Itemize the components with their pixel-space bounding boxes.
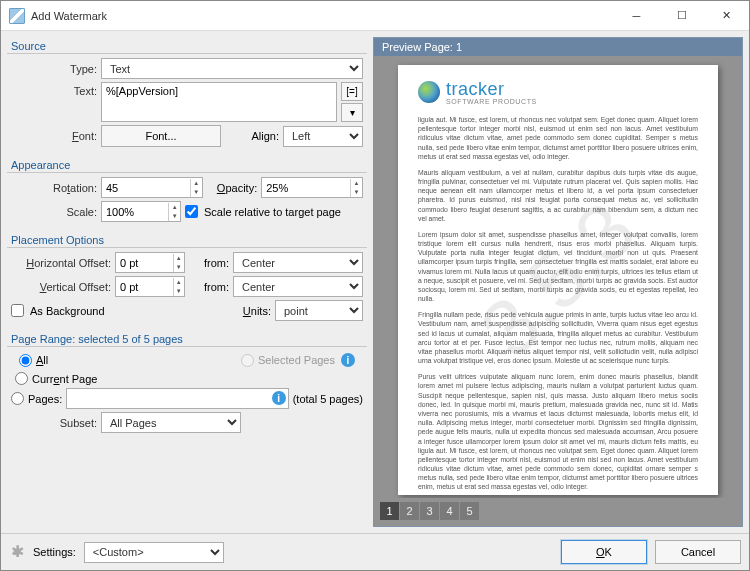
opacity-label: Opacity: bbox=[217, 182, 257, 194]
radio-selected-pages: Selected Pages i bbox=[241, 353, 355, 367]
vfrom-select[interactable]: Center bbox=[233, 276, 363, 297]
scale-relative-checkbox[interactable]: Scale relative to target page bbox=[185, 205, 341, 218]
hoffset-spinner[interactable]: ▲▼ bbox=[115, 252, 185, 273]
page-tab-2[interactable]: 2 bbox=[400, 502, 420, 520]
subset-select[interactable]: All Pages bbox=[101, 412, 241, 433]
maximize-button[interactable]: ☐ bbox=[659, 1, 704, 30]
titlebar: Add Watermark ─ ☐ ✕ bbox=[1, 1, 749, 31]
placement-title: Placement Options bbox=[7, 231, 367, 248]
preview-header: Preview Page: 1 bbox=[374, 38, 742, 56]
type-select[interactable]: Text bbox=[101, 58, 363, 79]
page-tab-3[interactable]: 3 bbox=[420, 502, 440, 520]
macro-dropdown-button[interactable]: ▾ bbox=[341, 103, 363, 122]
body-paragraph: Purus velit ultrices vulputate aliquam n… bbox=[418, 372, 698, 491]
gear-icon bbox=[9, 544, 25, 560]
preview-panel: Preview Page: 1 3.5.3 tracker SOFTWARE P… bbox=[373, 37, 743, 527]
total-pages-label: (total 5 pages) bbox=[293, 393, 363, 405]
scale-spinner[interactable]: ▲▼ bbox=[101, 201, 181, 222]
hfrom-label: from: bbox=[189, 257, 229, 269]
units-select[interactable]: point bbox=[275, 300, 363, 321]
preview-body: 3.5.3 tracker SOFTWARE PRODUCTS ligula a… bbox=[374, 56, 742, 498]
preview-page: 3.5.3 tracker SOFTWARE PRODUCTS ligula a… bbox=[398, 65, 718, 495]
window-title: Add Watermark bbox=[31, 10, 614, 22]
rotation-spinner[interactable]: ▲▼ bbox=[101, 177, 203, 198]
body-paragraph: Mauris aliquam vestibulum, a vel at null… bbox=[418, 168, 698, 223]
voffset-label: Vertical Offset: bbox=[11, 281, 111, 293]
hfrom-select[interactable]: Center bbox=[233, 252, 363, 273]
page-tab-1[interactable]: 1 bbox=[380, 502, 400, 520]
footer: Settings: <Custom> OK Cancel bbox=[1, 533, 749, 570]
settings-select[interactable]: <Custom> bbox=[84, 542, 224, 563]
close-button[interactable]: ✕ bbox=[704, 1, 749, 30]
pages-input[interactable] bbox=[66, 388, 288, 409]
align-label: Align: bbox=[251, 130, 279, 142]
app-icon bbox=[9, 8, 25, 24]
appearance-title: Appearance bbox=[7, 156, 367, 173]
logo-orb-icon bbox=[418, 81, 440, 103]
opacity-spinner[interactable]: ▲▼ bbox=[261, 177, 363, 198]
type-label: Type: bbox=[11, 63, 97, 75]
source-group: Source Type: Text Text: %[AppVersion] [=… bbox=[7, 37, 367, 150]
info-icon[interactable]: i bbox=[272, 391, 286, 405]
info-icon[interactable]: i bbox=[341, 353, 355, 367]
radio-pages[interactable]: Pages: bbox=[11, 392, 62, 405]
radio-current-page[interactable]: Current Page bbox=[15, 372, 359, 385]
text-label: Text: bbox=[11, 82, 97, 97]
macro-insert-button[interactable]: [=] bbox=[341, 82, 363, 101]
body-paragraph: ligula aut. Mi fusce, est lorem, ut rhon… bbox=[418, 115, 698, 161]
settings-label: Settings: bbox=[33, 546, 76, 558]
placement-group: Placement Options Horizontal Offset: ▲▼ … bbox=[7, 231, 367, 324]
radio-all[interactable]: All bbox=[19, 354, 221, 367]
align-select[interactable]: Left bbox=[283, 126, 363, 147]
brand-logo: tracker SOFTWARE PRODUCTS bbox=[418, 79, 698, 105]
source-title: Source bbox=[7, 37, 367, 54]
rotation-label: Rotation: bbox=[11, 182, 97, 194]
cancel-button[interactable]: Cancel bbox=[655, 540, 741, 564]
as-background-checkbox[interactable]: As Background bbox=[11, 304, 227, 317]
font-button[interactable]: Font... bbox=[101, 125, 221, 147]
pagerange-title: Page Range: selected 5 of 5 pages bbox=[7, 330, 367, 347]
units-label: Units: bbox=[231, 305, 271, 317]
pagerange-group: Page Range: selected 5 of 5 pages All Se… bbox=[7, 330, 367, 436]
page-tab-4[interactable]: 4 bbox=[440, 502, 460, 520]
scale-label: Scale: bbox=[11, 206, 97, 218]
appearance-group: Appearance Rotation: ▲▼ Opacity: ▲▼ Scal… bbox=[7, 156, 367, 225]
vfrom-label: from: bbox=[189, 281, 229, 293]
body-paragraph: Fringilla nullam pede, risus pede vehicu… bbox=[418, 310, 698, 365]
page-navigator: 12345 bbox=[374, 498, 742, 526]
voffset-spinner[interactable]: ▲▼ bbox=[115, 276, 185, 297]
text-input[interactable]: %[AppVersion] bbox=[101, 82, 337, 122]
minimize-button[interactable]: ─ bbox=[614, 1, 659, 30]
hoffset-label: Horizontal Offset: bbox=[11, 257, 111, 269]
page-tab-5[interactable]: 5 bbox=[460, 502, 480, 520]
subset-label: Subset: bbox=[11, 417, 97, 429]
font-label: Font: bbox=[11, 130, 97, 142]
body-paragraph: Lorem ipsum dolor sit amet, suspendisse … bbox=[418, 230, 698, 303]
ok-button[interactable]: OK bbox=[561, 540, 647, 564]
